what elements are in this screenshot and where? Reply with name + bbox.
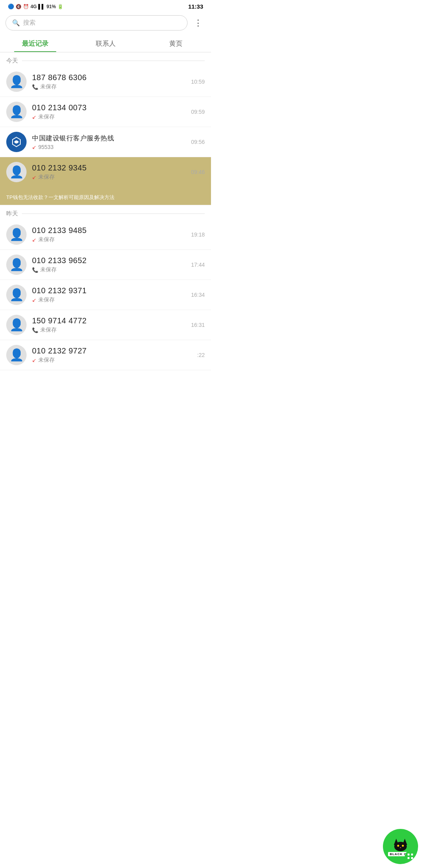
call-number: 187 8678 6306: [32, 73, 186, 82]
call-info: 010 2133 9652 📞 未保存: [32, 256, 186, 273]
call-item[interactable]: 👤 010 2132 9371 ↙ 未保存 16:34: [0, 280, 211, 310]
call-item-bank[interactable]: 中国建设银行客户服务热线 ↙ 95533 09:56: [0, 127, 211, 157]
missed-icon: ↙: [32, 297, 36, 303]
signal-bars-icon: ▌▌: [38, 4, 45, 9]
call-info: 187 8678 6306 📞 未保存: [32, 73, 186, 90]
more-button[interactable]: ⋮: [191, 16, 206, 30]
call-number: 150 9714 4772: [32, 316, 186, 325]
call-time: 09:59: [191, 109, 205, 115]
call-status-row: ↙ 未保存: [32, 174, 186, 181]
section-yesterday-label: 昨天: [6, 210, 18, 217]
call-time: 16:31: [191, 322, 205, 328]
call-info: 010 2134 0073 ↙ 未保存: [32, 103, 186, 120]
alarm-icon: ⏰: [23, 4, 29, 9]
section-divider: [22, 61, 205, 61]
avatar: 👤: [6, 224, 27, 245]
incoming-icon: 📞: [32, 327, 38, 333]
tab-contacts[interactable]: 联系人: [70, 34, 141, 52]
call-time: 19:18: [191, 231, 205, 238]
call-time: 09:46: [191, 169, 205, 175]
call-time: :22: [197, 352, 205, 358]
search-input-wrapper[interactable]: 🔍 搜索: [5, 15, 188, 30]
call-status-label: 未保存: [38, 357, 55, 364]
call-info: 010 2132 9727 ↙ 未保存: [32, 346, 192, 364]
call-number: 010 2133 9652: [32, 256, 186, 265]
call-number: 中国建设银行客户服务热线: [32, 134, 186, 143]
search-placeholder: 搜索: [23, 19, 36, 27]
call-item[interactable]: 👤 010 2134 0073 ↙ 未保存 09:59: [0, 97, 211, 127]
avatar: 👤: [6, 345, 27, 365]
person-icon: 👤: [9, 166, 24, 178]
section-today-label: 今天: [6, 57, 18, 65]
call-info: 010 2132 9371 ↙ 未保存: [32, 286, 186, 303]
missed-icon: ↙: [32, 237, 36, 243]
call-status-row: ↙ 未保存: [32, 296, 186, 303]
call-status-row: 📞 未保存: [32, 83, 186, 90]
call-info: 010 2132 9345 ↙ 未保存: [32, 163, 186, 181]
battery-icon: 🔋: [57, 4, 63, 9]
section-yesterday: 昨天: [0, 205, 211, 220]
tabs-row: 最近记录 联系人 黄页: [0, 34, 211, 52]
call-status-label: 未保存: [38, 296, 55, 303]
tab-recent[interactable]: 最近记录: [0, 34, 70, 52]
incoming-icon: 📞: [32, 84, 38, 90]
call-status-label: 未保存: [38, 113, 55, 120]
bluetooth-icon: 🔵: [8, 4, 14, 9]
call-info: 中国建设银行客户服务热线 ↙ 95533: [32, 134, 186, 150]
missed-icon: ↙: [32, 174, 36, 180]
call-item[interactable]: 👤 187 8678 6306 📞 未保存 10:59: [0, 67, 211, 97]
avatar: 👤: [6, 255, 27, 275]
person-icon: 👤: [9, 106, 24, 118]
avatar: 👤: [6, 285, 27, 305]
call-time: 10:59: [191, 79, 205, 85]
avatar: 👤: [6, 162, 27, 182]
person-icon: 👤: [9, 349, 24, 361]
status-bar: 🔵 🔇 ⏰ 4G ▌▌ 91% 🔋 11:33: [0, 0, 211, 12]
call-status-label: 未保存: [40, 266, 57, 273]
call-number: 010 2133 9485: [32, 226, 186, 235]
search-icon: 🔍: [12, 19, 20, 27]
call-number: 010 2132 9371: [32, 286, 186, 295]
call-status-row: ↙ 未保存: [32, 113, 186, 120]
call-time: 16:34: [191, 292, 205, 298]
person-icon: 👤: [9, 289, 24, 301]
avatar: 👤: [6, 72, 27, 92]
avatar: 👤: [6, 102, 27, 122]
call-item[interactable]: 👤 010 2133 9485 ↙ 未保存 19:18: [0, 220, 211, 250]
call-item[interactable]: 👤 150 9714 4772 📞 未保存 16:31: [0, 310, 211, 340]
call-status-row: ↙ 95533: [32, 144, 186, 150]
call-status-row: 📞 未保存: [32, 266, 186, 273]
avatar: 👤: [6, 315, 27, 335]
missed-icon: ↙: [32, 144, 36, 150]
avatar-bank: [6, 132, 27, 152]
mute-icon: 🔇: [16, 4, 21, 9]
call-item[interactable]: 👤 010 2133 9652 📞 未保存 17:44: [0, 250, 211, 280]
call-time: 09:56: [191, 139, 205, 145]
notification-banner: TP钱包无法收款？一文解析可能原因及解决方法: [0, 192, 211, 205]
section-divider: [22, 213, 205, 214]
tab-yellowpage[interactable]: 黄页: [141, 34, 211, 52]
section-today: 今天: [0, 52, 211, 67]
ccb-logo: [9, 135, 23, 149]
call-item-highlighted[interactable]: 👤 010 2132 9345 ↙ 未保存 09:46 TP钱包无法收款？一文解…: [0, 157, 211, 205]
call-info: 150 9714 4772 📞 未保存: [32, 316, 186, 334]
call-info: 010 2133 9485 ↙ 未保存: [32, 226, 186, 243]
incoming-icon: 📞: [32, 267, 38, 273]
search-bar-row: 🔍 搜索 ⋮: [0, 12, 211, 34]
call-status-label: 未保存: [38, 174, 55, 181]
signal-label: 4G: [30, 4, 37, 9]
missed-icon: ↙: [32, 114, 36, 120]
call-status-label: 未保存: [40, 83, 57, 90]
call-status-row: 📞 未保存: [32, 326, 186, 334]
call-number: 010 2132 9727: [32, 346, 192, 355]
call-status-row: ↙ 未保存: [32, 357, 192, 364]
status-time: 11:33: [188, 3, 203, 10]
call-status-label: 未保存: [38, 236, 55, 243]
person-icon: 👤: [9, 319, 24, 331]
call-status-label: 95533: [38, 144, 54, 150]
battery-label: 91%: [46, 4, 56, 9]
call-item[interactable]: 👤 010 2132 9727 ↙ 未保存 :22: [0, 340, 211, 370]
call-status-label: 未保存: [40, 326, 57, 334]
call-time: 17:44: [191, 262, 205, 268]
call-number: 010 2134 0073: [32, 103, 186, 112]
